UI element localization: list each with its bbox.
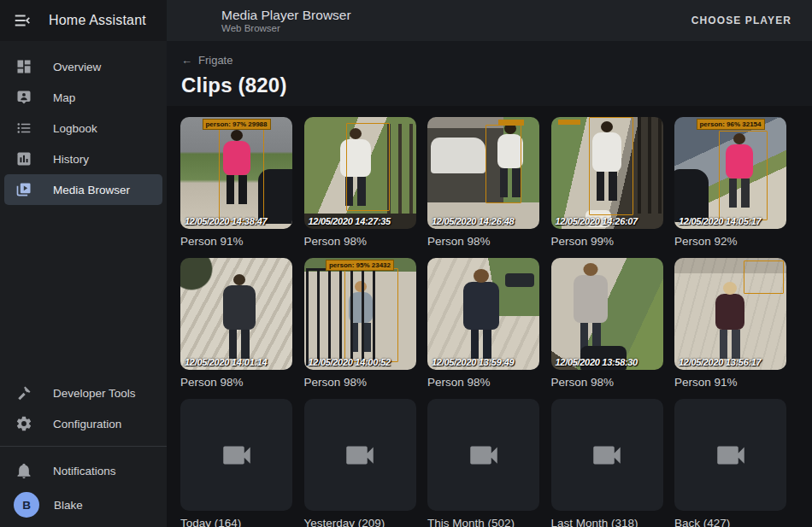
clip-timestamp: 12/05/2020 14:26:48 <box>432 216 514 226</box>
clip-thumbnail: 12/05/2020 14:26:48 <box>427 117 539 229</box>
bell-icon <box>14 460 34 481</box>
clip-thumbnail: 12/05/2020 13:58:30 <box>551 258 663 370</box>
video-camera-icon <box>589 437 625 473</box>
folder-tile[interactable]: This Month (502) <box>427 399 539 527</box>
person-figure <box>463 282 499 330</box>
video-camera-icon <box>219 437 255 473</box>
person-figure <box>223 285 256 330</box>
folder-thumbnail <box>427 399 539 511</box>
sidebar-item-label: History <box>53 153 89 166</box>
person-figure <box>574 275 608 323</box>
clip-tile[interactable]: 12/05/2020 14:01:14 Person 98% <box>180 258 292 389</box>
clip-caption: Person 98% <box>427 376 539 389</box>
video-camera-icon <box>713 437 749 473</box>
clip-timestamp: 12/05/2020 14:38:47 <box>185 216 267 226</box>
detection-bbox <box>219 121 265 222</box>
clip-thumbnail: 12/05/2020 13:56:17 <box>674 258 786 370</box>
folder-label: Back (427) <box>674 517 786 527</box>
clip-caption: Person 99% <box>551 235 663 248</box>
clip-caption: Person 98% <box>304 376 416 389</box>
detection-bbox <box>719 131 767 220</box>
clip-thumbnail: person: 97% 29988 12/05/2020 14:38:47 <box>180 117 292 229</box>
clip-caption: Person 98% <box>427 235 539 248</box>
clip-thumbnail: person: 95% 23432 12/05/2020 14:00:52 <box>304 258 416 370</box>
sidebar-item-configuration[interactable]: Configuration <box>4 408 162 439</box>
sidebar-user[interactable]: B Blake <box>4 488 162 522</box>
clip-timestamp: 12/05/2020 13:59:49 <box>432 357 514 367</box>
clip-tile[interactable]: 12/05/2020 13:56:17 Person 91% <box>674 258 786 389</box>
breadcrumb-back[interactable]: ← Frigate <box>181 54 232 67</box>
clip-thumbnail: 12/05/2020 14:01:14 <box>180 258 292 370</box>
sidebar-item-label: Media Browser <box>53 184 130 196</box>
clip-tile[interactable]: 12/05/2020 13:59:49 Person 98% <box>427 258 539 389</box>
folder-thumbnail <box>304 399 416 511</box>
clip-timestamp: 12/05/2020 14:01:14 <box>185 357 267 367</box>
play-box-multiple-icon <box>14 179 34 200</box>
detection-bbox <box>744 261 784 294</box>
clip-caption: Person 98% <box>304 235 416 248</box>
folder-tile[interactable]: Yesterday (209) <box>304 399 416 527</box>
clip-timestamp: 12/05/2020 14:27:35 <box>309 216 391 226</box>
panel-subtitle: Web Browser <box>221 23 351 34</box>
sidebar-item-media-browser[interactable]: Media Browser <box>4 174 162 205</box>
clip-caption: Person 92% <box>674 235 786 248</box>
choose-player-button[interactable]: CHOOSE PLAYER <box>686 8 797 33</box>
clip-tile[interactable]: 12/05/2020 14:26:48 Person 98% <box>427 117 539 248</box>
media-header: ← Frigate Clips (820) <box>167 41 812 106</box>
person-figure <box>715 294 744 330</box>
detection-bbox <box>346 123 390 211</box>
sidebar-item-developer-tools[interactable]: Developer Tools <box>4 378 162 408</box>
sidebar-item-history[interactable]: History <box>4 143 162 174</box>
clip-thumbnail: 12/05/2020 14:27:35 <box>304 117 416 229</box>
clip-timestamp: 12/05/2020 13:56:17 <box>679 357 761 367</box>
sidebar: Overview Map Logbook History <box>0 41 167 527</box>
sidebar-item-label: Developer Tools <box>53 387 136 400</box>
clip-tile[interactable]: person: 96% 32154 12/05/2020 14:05:17 Pe… <box>674 117 786 248</box>
clip-tile[interactable]: 12/05/2020 14:26:07 Person 99% <box>551 117 663 248</box>
logbook-list-icon <box>14 118 34 138</box>
folder-tile[interactable]: Last Month (318) <box>551 399 663 527</box>
sidebar-divider <box>0 446 167 447</box>
view-dashboard-icon <box>14 56 34 77</box>
clip-tile[interactable]: 12/05/2020 14:27:35 Person 98% <box>304 117 416 248</box>
sidebar-item-label: Map <box>53 91 75 104</box>
object-figure <box>431 138 485 173</box>
clip-tile[interactable]: person: 95% 23432 12/05/2020 14:00:52 Pe… <box>304 258 416 389</box>
clip-thumbnail: 12/05/2020 13:59:49 <box>427 258 539 370</box>
sidebar-spacer <box>0 205 167 378</box>
panel-titles: Media Player Browser Web Browser <box>221 8 351 34</box>
clip-timestamp: 12/05/2020 14:26:07 <box>556 216 638 226</box>
folder-tile[interactable]: Today (164) <box>180 399 292 527</box>
panel-header: Media Player Browser Web Browser CHOOSE … <box>167 0 812 41</box>
detection-bbox <box>344 268 398 362</box>
object-figure <box>505 273 534 287</box>
detection-bbox <box>485 125 521 203</box>
sidebar-item-label: Logbook <box>53 122 97 135</box>
top-bar: Home Assistant Media Player Browser Web … <box>0 0 812 41</box>
clip-tile[interactable]: person: 97% 29988 12/05/2020 14:38:47 Pe… <box>180 117 292 248</box>
hammer-icon <box>14 383 34 403</box>
breadcrumb-label: Frigate <box>198 54 232 67</box>
clip-timestamp: 12/05/2020 13:58:30 <box>556 357 638 367</box>
home-assistant-app: Home Assistant Media Player Browser Web … <box>0 0 812 527</box>
sidebar-item-map[interactable]: Map <box>4 82 162 113</box>
avatar: B <box>14 492 39 518</box>
clip-tile[interactable]: 12/05/2020 13:58:30 Person 98% <box>551 258 663 389</box>
menu-toggle-icon[interactable] <box>12 10 32 31</box>
gear-icon <box>14 413 34 434</box>
detection-bbox <box>589 117 633 215</box>
clip-caption: Person 91% <box>674 376 786 389</box>
clips-grid: person: 97% 29988 12/05/2020 14:38:47 Pe… <box>180 117 812 527</box>
detection-label: person: 96% 32154 <box>696 119 764 130</box>
history-chart-icon <box>14 149 34 169</box>
video-camera-icon <box>466 437 502 473</box>
folder-tile[interactable]: Back (427) <box>674 399 786 527</box>
sidebar-item-overview[interactable]: Overview <box>4 51 162 82</box>
detection-label: person: 95% 23432 <box>326 260 394 271</box>
sidebar-item-notifications[interactable]: Notifications <box>4 455 162 486</box>
folder-label: Yesterday (209) <box>304 517 416 527</box>
folder-label: Today (164) <box>180 517 292 527</box>
sidebar-item-logbook[interactable]: Logbook <box>4 113 162 143</box>
folder-thumbnail <box>551 399 663 511</box>
user-name: Blake <box>54 499 83 512</box>
